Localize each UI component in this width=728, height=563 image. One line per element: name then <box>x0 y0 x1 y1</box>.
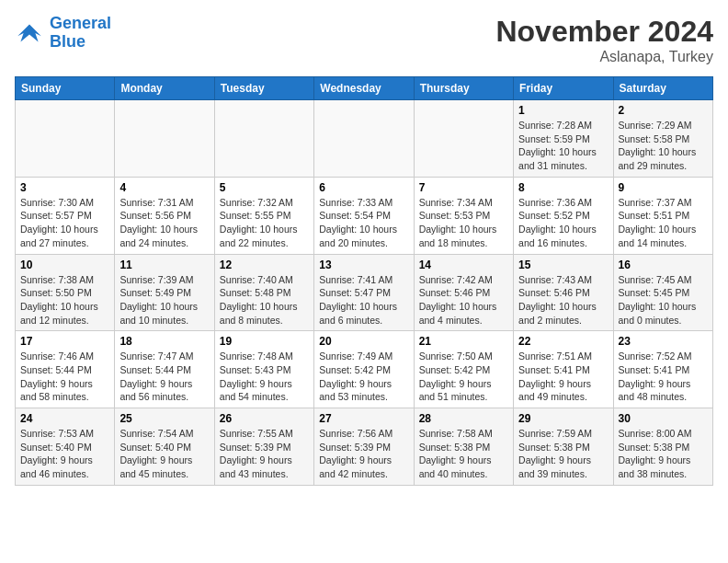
day-number: 5 <box>220 181 309 194</box>
day-info: Sunrise: 7:45 AM Sunset: 5:45 PM Dayligh… <box>619 273 708 327</box>
day-number: 6 <box>319 181 408 194</box>
calendar-body: 1Sunrise: 7:28 AM Sunset: 5:59 PM Daylig… <box>16 100 713 486</box>
calendar-cell: 25Sunrise: 7:54 AM Sunset: 5:40 PM Dayli… <box>115 408 214 486</box>
calendar-week-4: 17Sunrise: 7:46 AM Sunset: 5:44 PM Dayli… <box>16 331 713 408</box>
calendar-week-3: 10Sunrise: 7:38 AM Sunset: 5:50 PM Dayli… <box>16 254 713 331</box>
day-info: Sunrise: 7:28 AM Sunset: 5:59 PM Dayligh… <box>518 119 608 173</box>
day-info: Sunrise: 7:56 AM Sunset: 5:39 PM Dayligh… <box>319 427 408 481</box>
day-number: 25 <box>119 412 209 425</box>
calendar-header: SundayMondayTuesdayWednesdayThursdayFrid… <box>16 77 713 100</box>
day-number: 22 <box>518 335 608 348</box>
day-info: Sunrise: 7:47 AM Sunset: 5:44 PM Dayligh… <box>119 350 209 404</box>
day-number: 18 <box>119 335 209 348</box>
calendar-cell <box>414 100 513 178</box>
logo-text: General Blue <box>50 15 111 52</box>
logo-icon <box>15 18 44 48</box>
calendar-cell: 28Sunrise: 7:58 AM Sunset: 5:38 PM Dayli… <box>414 408 513 486</box>
calendar-cell: 14Sunrise: 7:42 AM Sunset: 5:46 PM Dayli… <box>414 254 513 331</box>
day-number: 26 <box>220 412 309 425</box>
day-info: Sunrise: 7:46 AM Sunset: 5:44 PM Dayligh… <box>20 350 109 404</box>
calendar-cell: 24Sunrise: 7:53 AM Sunset: 5:40 PM Dayli… <box>16 408 115 486</box>
month-title: November 2024 <box>495 15 713 49</box>
day-number: 14 <box>419 259 508 271</box>
calendar-cell: 27Sunrise: 7:56 AM Sunset: 5:39 PM Dayli… <box>314 408 414 486</box>
calendar-week-2: 3Sunrise: 7:30 AM Sunset: 5:57 PM Daylig… <box>16 177 713 254</box>
day-number: 19 <box>220 335 309 348</box>
day-info: Sunrise: 7:39 AM Sunset: 5:49 PM Dayligh… <box>119 273 209 327</box>
calendar-cell <box>16 100 115 178</box>
day-info: Sunrise: 7:32 AM Sunset: 5:55 PM Dayligh… <box>220 196 309 250</box>
calendar-week-1: 1Sunrise: 7:28 AM Sunset: 5:59 PM Daylig… <box>16 100 713 178</box>
day-number: 3 <box>20 181 109 194</box>
calendar-week-5: 24Sunrise: 7:53 AM Sunset: 5:40 PM Dayli… <box>16 408 713 486</box>
day-info: Sunrise: 7:30 AM Sunset: 5:57 PM Dayligh… <box>20 196 109 250</box>
calendar-table: SundayMondayTuesdayWednesdayThursdayFrid… <box>15 76 713 486</box>
day-info: Sunrise: 7:36 AM Sunset: 5:52 PM Dayligh… <box>518 196 608 250</box>
day-info: Sunrise: 7:55 AM Sunset: 5:39 PM Dayligh… <box>220 427 309 481</box>
weekday-header-row: SundayMondayTuesdayWednesdayThursdayFrid… <box>16 77 713 100</box>
day-number: 10 <box>20 259 109 271</box>
calendar-cell <box>115 100 214 178</box>
day-info: Sunrise: 8:00 AM Sunset: 5:38 PM Dayligh… <box>619 427 708 481</box>
weekday-header-sunday: Sunday <box>16 77 115 100</box>
calendar-cell: 29Sunrise: 7:59 AM Sunset: 5:38 PM Dayli… <box>514 408 613 486</box>
calendar-cell: 22Sunrise: 7:51 AM Sunset: 5:41 PM Dayli… <box>514 331 613 408</box>
day-number: 29 <box>518 412 608 425</box>
day-number: 4 <box>119 181 209 194</box>
calendar-cell: 5Sunrise: 7:32 AM Sunset: 5:55 PM Daylig… <box>214 177 313 254</box>
day-number: 15 <box>518 259 608 271</box>
calendar-cell: 10Sunrise: 7:38 AM Sunset: 5:50 PM Dayli… <box>16 254 115 331</box>
day-info: Sunrise: 7:37 AM Sunset: 5:51 PM Dayligh… <box>619 196 708 250</box>
day-number: 30 <box>619 412 708 425</box>
day-number: 24 <box>20 412 109 425</box>
day-info: Sunrise: 7:54 AM Sunset: 5:40 PM Dayligh… <box>119 427 209 481</box>
calendar-cell: 1Sunrise: 7:28 AM Sunset: 5:59 PM Daylig… <box>514 100 613 178</box>
day-info: Sunrise: 7:48 AM Sunset: 5:43 PM Dayligh… <box>220 350 309 404</box>
day-number: 7 <box>419 181 508 194</box>
calendar-cell: 23Sunrise: 7:52 AM Sunset: 5:41 PM Dayli… <box>613 331 712 408</box>
day-info: Sunrise: 7:43 AM Sunset: 5:46 PM Dayligh… <box>518 273 608 327</box>
calendar-cell: 16Sunrise: 7:45 AM Sunset: 5:45 PM Dayli… <box>613 254 712 331</box>
day-info: Sunrise: 7:51 AM Sunset: 5:41 PM Dayligh… <box>518 350 608 404</box>
calendar-cell: 11Sunrise: 7:39 AM Sunset: 5:49 PM Dayli… <box>115 254 214 331</box>
location-title: Aslanapa, Turkey <box>495 49 713 65</box>
calendar-cell: 9Sunrise: 7:37 AM Sunset: 5:51 PM Daylig… <box>613 177 712 254</box>
day-info: Sunrise: 7:42 AM Sunset: 5:46 PM Dayligh… <box>419 273 508 327</box>
day-number: 9 <box>619 181 708 194</box>
day-number: 20 <box>319 335 408 348</box>
calendar-cell: 13Sunrise: 7:41 AM Sunset: 5:47 PM Dayli… <box>314 254 414 331</box>
day-number: 16 <box>619 259 708 271</box>
page-header: General Blue November 2024 Aslanapa, Tur… <box>15 15 713 65</box>
calendar-cell: 18Sunrise: 7:47 AM Sunset: 5:44 PM Dayli… <box>115 331 214 408</box>
title-block: November 2024 Aslanapa, Turkey <box>495 15 713 65</box>
day-info: Sunrise: 7:52 AM Sunset: 5:41 PM Dayligh… <box>619 350 708 404</box>
calendar-cell: 19Sunrise: 7:48 AM Sunset: 5:43 PM Dayli… <box>214 331 313 408</box>
calendar-cell <box>314 100 414 178</box>
day-info: Sunrise: 7:58 AM Sunset: 5:38 PM Dayligh… <box>419 427 508 481</box>
day-number: 13 <box>319 259 408 271</box>
weekday-header-saturday: Saturday <box>613 77 712 100</box>
calendar-cell: 4Sunrise: 7:31 AM Sunset: 5:56 PM Daylig… <box>115 177 214 254</box>
day-info: Sunrise: 7:38 AM Sunset: 5:50 PM Dayligh… <box>20 273 109 327</box>
calendar-cell: 6Sunrise: 7:33 AM Sunset: 5:54 PM Daylig… <box>314 177 414 254</box>
day-number: 12 <box>220 259 309 271</box>
weekday-header-tuesday: Tuesday <box>214 77 313 100</box>
day-number: 23 <box>619 335 708 348</box>
day-info: Sunrise: 7:33 AM Sunset: 5:54 PM Dayligh… <box>319 196 408 250</box>
calendar-cell <box>214 100 313 178</box>
calendar-cell: 8Sunrise: 7:36 AM Sunset: 5:52 PM Daylig… <box>514 177 613 254</box>
calendar-cell: 30Sunrise: 8:00 AM Sunset: 5:38 PM Dayli… <box>613 408 712 486</box>
calendar-cell: 20Sunrise: 7:49 AM Sunset: 5:42 PM Dayli… <box>314 331 414 408</box>
day-info: Sunrise: 7:59 AM Sunset: 5:38 PM Dayligh… <box>518 427 608 481</box>
weekday-header-wednesday: Wednesday <box>314 77 414 100</box>
svg-marker-0 <box>17 24 41 41</box>
day-info: Sunrise: 7:41 AM Sunset: 5:47 PM Dayligh… <box>319 273 408 327</box>
day-number: 21 <box>419 335 508 348</box>
day-number: 8 <box>518 181 608 194</box>
weekday-header-thursday: Thursday <box>414 77 513 100</box>
day-info: Sunrise: 7:29 AM Sunset: 5:58 PM Dayligh… <box>619 119 708 173</box>
calendar-cell: 2Sunrise: 7:29 AM Sunset: 5:58 PM Daylig… <box>613 100 712 178</box>
calendar-cell: 12Sunrise: 7:40 AM Sunset: 5:48 PM Dayli… <box>214 254 313 331</box>
day-number: 27 <box>319 412 408 425</box>
day-info: Sunrise: 7:53 AM Sunset: 5:40 PM Dayligh… <box>20 427 109 481</box>
